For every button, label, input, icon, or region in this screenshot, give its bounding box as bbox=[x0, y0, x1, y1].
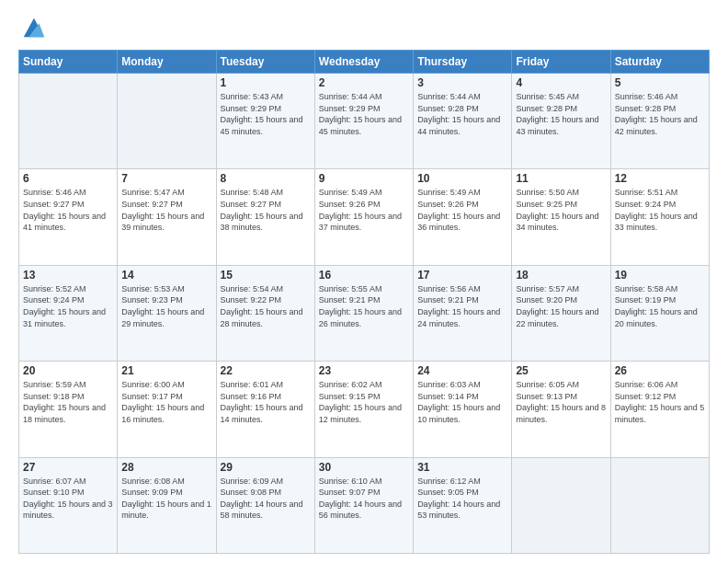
day-info: Sunrise: 5:43 AMSunset: 9:29 PMDaylight:… bbox=[221, 91, 311, 137]
calendar-day-cell: 23Sunrise: 6:02 AMSunset: 9:15 PMDayligh… bbox=[314, 362, 413, 457]
calendar-day-cell: 21Sunrise: 6:00 AMSunset: 9:17 PMDayligh… bbox=[118, 362, 216, 457]
daylight-text: Daylight: 15 hours and 45 minutes. bbox=[319, 114, 409, 137]
day-number: 30 bbox=[319, 461, 409, 474]
calendar-day-cell: 1Sunrise: 5:43 AMSunset: 9:29 PMDaylight… bbox=[216, 74, 314, 169]
sunset-text: Sunset: 9:16 PM bbox=[221, 391, 311, 403]
calendar-day-cell bbox=[19, 74, 118, 169]
calendar-day-cell: 4Sunrise: 5:45 AMSunset: 9:28 PMDaylight… bbox=[512, 74, 610, 169]
daylight-text: Daylight: 15 hours and 12 minutes. bbox=[319, 402, 409, 425]
sunset-text: Sunset: 9:29 PM bbox=[221, 103, 311, 115]
calendar-day-cell: 10Sunrise: 5:49 AMSunset: 9:26 PMDayligh… bbox=[414, 169, 512, 265]
calendar-day-cell: 17Sunrise: 5:56 AMSunset: 9:21 PMDayligh… bbox=[414, 265, 512, 361]
calendar-day-cell: 9Sunrise: 5:49 AMSunset: 9:26 PMDaylight… bbox=[314, 169, 413, 265]
weekday-header-thursday: Thursday bbox=[414, 51, 512, 74]
day-info: Sunrise: 5:55 AMSunset: 9:21 PMDaylight:… bbox=[319, 283, 409, 329]
calendar-day-cell: 28Sunrise: 6:08 AMSunset: 9:09 PMDayligh… bbox=[118, 457, 216, 553]
day-info: Sunrise: 6:08 AMSunset: 9:09 PMDaylight:… bbox=[121, 476, 211, 522]
calendar-day-cell: 25Sunrise: 6:05 AMSunset: 9:13 PMDayligh… bbox=[512, 362, 610, 457]
day-info: Sunrise: 5:49 AMSunset: 9:26 PMDaylight:… bbox=[319, 187, 409, 233]
daylight-text: Daylight: 15 hours and 14 minutes. bbox=[221, 402, 311, 425]
sunrise-text: Sunrise: 5:54 AM bbox=[221, 283, 311, 295]
sunrise-text: Sunrise: 5:56 AM bbox=[417, 283, 507, 295]
day-number: 1 bbox=[221, 76, 311, 89]
day-number: 31 bbox=[417, 461, 507, 474]
weekday-header-saturday: Saturday bbox=[610, 51, 709, 74]
day-info: Sunrise: 5:47 AMSunset: 9:27 PMDaylight:… bbox=[121, 187, 211, 233]
calendar-week-row: 27Sunrise: 6:07 AMSunset: 9:10 PMDayligh… bbox=[19, 457, 710, 553]
day-number: 29 bbox=[221, 461, 311, 474]
daylight-text: Daylight: 15 hours and 29 minutes. bbox=[121, 306, 211, 329]
day-number: 20 bbox=[23, 364, 113, 377]
calendar-day-cell: 24Sunrise: 6:03 AMSunset: 9:14 PMDayligh… bbox=[414, 362, 512, 457]
weekday-header-wednesday: Wednesday bbox=[314, 51, 413, 74]
sunset-text: Sunset: 9:22 PM bbox=[221, 294, 311, 306]
sunrise-text: Sunrise: 6:09 AM bbox=[221, 476, 311, 488]
calendar-day-cell: 6Sunrise: 5:46 AMSunset: 9:27 PMDaylight… bbox=[19, 169, 118, 265]
sunset-text: Sunset: 9:09 PM bbox=[121, 487, 211, 499]
daylight-text: Daylight: 15 hours and 38 minutes. bbox=[221, 211, 311, 234]
sunrise-text: Sunrise: 6:06 AM bbox=[615, 379, 705, 391]
calendar-day-cell: 27Sunrise: 6:07 AMSunset: 9:10 PMDayligh… bbox=[19, 457, 118, 553]
day-number: 13 bbox=[23, 269, 113, 282]
sunrise-text: Sunrise: 5:44 AM bbox=[417, 91, 507, 103]
daylight-text: Daylight: 15 hours and 31 minutes. bbox=[23, 306, 113, 329]
calendar-week-row: 13Sunrise: 5:52 AMSunset: 9:24 PMDayligh… bbox=[19, 265, 710, 361]
day-info: Sunrise: 5:48 AMSunset: 9:27 PMDaylight:… bbox=[221, 187, 311, 233]
day-number: 12 bbox=[615, 172, 705, 185]
day-info: Sunrise: 5:50 AMSunset: 9:25 PMDaylight:… bbox=[516, 187, 606, 233]
day-info: Sunrise: 6:02 AMSunset: 9:15 PMDaylight:… bbox=[319, 379, 409, 425]
calendar-day-cell: 16Sunrise: 5:55 AMSunset: 9:21 PMDayligh… bbox=[314, 265, 413, 361]
calendar-day-cell: 18Sunrise: 5:57 AMSunset: 9:20 PMDayligh… bbox=[512, 265, 610, 361]
day-number: 17 bbox=[417, 269, 507, 282]
sunset-text: Sunset: 9:27 PM bbox=[221, 199, 311, 211]
sunrise-text: Sunrise: 6:01 AM bbox=[221, 379, 311, 391]
weekday-header-sunday: Sunday bbox=[19, 51, 118, 74]
sunrise-text: Sunrise: 5:52 AM bbox=[23, 283, 113, 295]
daylight-text: Daylight: 15 hours and 20 minutes. bbox=[615, 306, 705, 329]
sunrise-text: Sunrise: 6:02 AM bbox=[319, 379, 409, 391]
daylight-text: Daylight: 15 hours and 45 minutes. bbox=[221, 114, 311, 137]
day-info: Sunrise: 6:10 AMSunset: 9:07 PMDaylight:… bbox=[319, 476, 409, 522]
calendar-day-cell: 12Sunrise: 5:51 AMSunset: 9:24 PMDayligh… bbox=[610, 169, 709, 265]
sunset-text: Sunset: 9:07 PM bbox=[319, 487, 409, 499]
sunrise-text: Sunrise: 6:07 AM bbox=[23, 476, 113, 488]
calendar-day-cell: 20Sunrise: 5:59 AMSunset: 9:18 PMDayligh… bbox=[19, 362, 118, 457]
calendar-day-cell bbox=[118, 74, 216, 169]
sunset-text: Sunset: 9:26 PM bbox=[319, 199, 409, 211]
sunrise-text: Sunrise: 5:59 AM bbox=[23, 379, 113, 391]
day-number: 9 bbox=[319, 172, 409, 185]
day-number: 3 bbox=[417, 76, 507, 89]
day-info: Sunrise: 5:45 AMSunset: 9:28 PMDaylight:… bbox=[516, 91, 606, 137]
sunrise-text: Sunrise: 5:46 AM bbox=[23, 187, 113, 199]
calendar-day-cell: 31Sunrise: 6:12 AMSunset: 9:05 PMDayligh… bbox=[414, 457, 512, 553]
sunset-text: Sunset: 9:14 PM bbox=[417, 391, 507, 403]
calendar-day-cell: 7Sunrise: 5:47 AMSunset: 9:27 PMDaylight… bbox=[118, 169, 216, 265]
day-info: Sunrise: 6:03 AMSunset: 9:14 PMDaylight:… bbox=[417, 379, 507, 425]
day-number: 19 bbox=[615, 269, 705, 282]
daylight-text: Daylight: 15 hours and 41 minutes. bbox=[23, 211, 113, 234]
calendar-day-cell: 3Sunrise: 5:44 AMSunset: 9:28 PMDaylight… bbox=[414, 74, 512, 169]
daylight-text: Daylight: 15 hours and 34 minutes. bbox=[516, 211, 606, 234]
sunrise-text: Sunrise: 5:50 AM bbox=[516, 187, 606, 199]
calendar-day-cell: 30Sunrise: 6:10 AMSunset: 9:07 PMDayligh… bbox=[314, 457, 413, 553]
day-number: 10 bbox=[417, 172, 507, 185]
sunrise-text: Sunrise: 5:53 AM bbox=[121, 283, 211, 295]
day-info: Sunrise: 5:53 AMSunset: 9:23 PMDaylight:… bbox=[121, 283, 211, 329]
sunrise-text: Sunrise: 5:55 AM bbox=[319, 283, 409, 295]
sunrise-text: Sunrise: 6:00 AM bbox=[121, 379, 211, 391]
day-number: 7 bbox=[121, 172, 211, 185]
weekday-header-row: SundayMondayTuesdayWednesdayThursdayFrid… bbox=[19, 51, 710, 74]
day-info: Sunrise: 5:59 AMSunset: 9:18 PMDaylight:… bbox=[23, 379, 113, 425]
weekday-header-friday: Friday bbox=[512, 51, 610, 74]
day-info: Sunrise: 6:12 AMSunset: 9:05 PMDaylight:… bbox=[417, 476, 507, 522]
day-number: 16 bbox=[319, 269, 409, 282]
daylight-text: Daylight: 15 hours and 24 minutes. bbox=[417, 306, 507, 329]
sunset-text: Sunset: 9:20 PM bbox=[516, 294, 606, 306]
sunrise-text: Sunrise: 5:43 AM bbox=[221, 91, 311, 103]
calendar-day-cell: 2Sunrise: 5:44 AMSunset: 9:29 PMDaylight… bbox=[314, 74, 413, 169]
daylight-text: Daylight: 14 hours and 58 minutes. bbox=[221, 499, 311, 522]
sunset-text: Sunset: 9:21 PM bbox=[417, 294, 507, 306]
daylight-text: Daylight: 15 hours and 22 minutes. bbox=[516, 306, 606, 329]
sunrise-text: Sunrise: 5:45 AM bbox=[516, 91, 606, 103]
day-info: Sunrise: 5:52 AMSunset: 9:24 PMDaylight:… bbox=[23, 283, 113, 329]
